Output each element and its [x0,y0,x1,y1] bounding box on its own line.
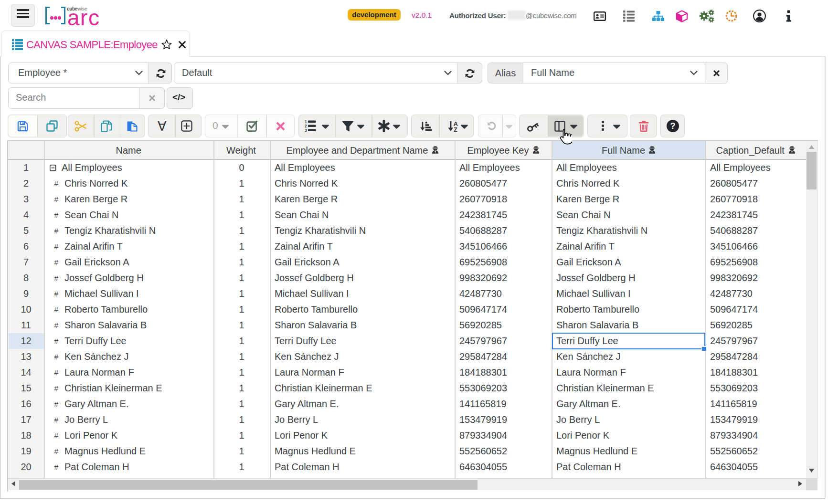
svg-text:3: 3 [305,128,307,132]
svg-text:Z: Z [454,126,457,132]
